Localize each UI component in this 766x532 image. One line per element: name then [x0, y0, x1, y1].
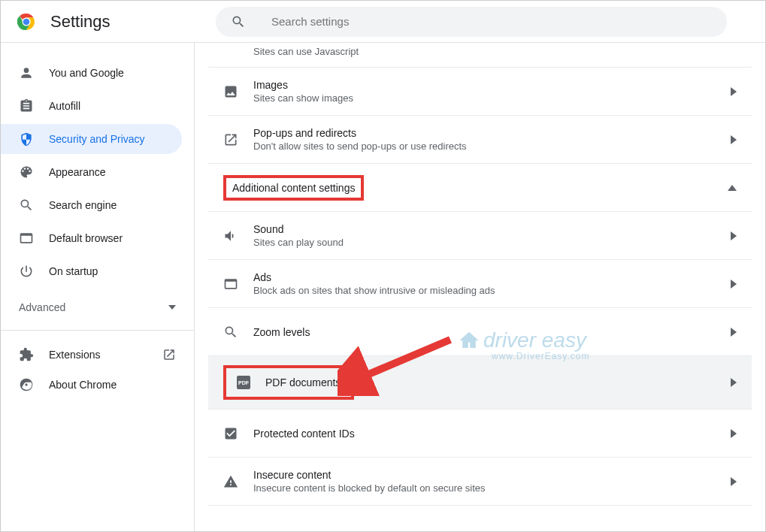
row-protected-content[interactable]: Protected content IDs [208, 410, 752, 458]
sidebar-item-autofill[interactable]: Autofill [1, 91, 182, 121]
row-javascript[interactable]: Sites can use Javascript [208, 43, 752, 68]
row-popups[interactable]: Pop-ups and redirects Don't allow sites … [208, 116, 752, 164]
row-pdf-documents[interactable]: PDF PDF documents [208, 356, 752, 410]
browser-icon [19, 231, 34, 246]
app-header: Settings [1, 1, 765, 43]
row-sound[interactable]: Sound Sites can play sound [208, 212, 752, 260]
search-input[interactable] [271, 15, 712, 28]
search-settings-box[interactable] [216, 7, 727, 37]
chevron-right-icon [731, 231, 737, 240]
sidebar-advanced-toggle[interactable]: Advanced [1, 294, 194, 321]
row-subtitle: Sites can use Javascript [253, 46, 737, 57]
row-subtitle: Sites can show images [253, 92, 731, 104]
clipboard-icon [19, 98, 34, 113]
ads-icon [223, 277, 238, 292]
row-images[interactable]: Images Sites can show images [208, 68, 752, 116]
sidebar-item-appearance[interactable]: Appearance [1, 157, 182, 187]
sidebar-item-label: On startup [49, 265, 98, 277]
row-subtitle: Block ads on sites that show intrusive o… [253, 285, 731, 296]
palette-icon [19, 165, 34, 180]
chevron-down-icon [168, 305, 176, 310]
protected-icon [223, 426, 238, 441]
pdf-icon: PDF [237, 376, 250, 389]
main-content: Sites can use Javascript Images Sites ca… [195, 43, 765, 531]
sidebar-item-label: Security and Privacy [49, 133, 145, 145]
chevron-right-icon [731, 87, 737, 96]
highlight-box-pdf: PDF PDF documents [223, 365, 354, 400]
sidebar-item-search-engine[interactable]: Search engine [1, 190, 182, 220]
row-title: Pop-ups and redirects [253, 127, 731, 139]
row-title: PDF documents [265, 376, 341, 388]
row-title: Insecure content [253, 469, 731, 481]
row-ads[interactable]: Ads Block ads on sites that show intrusi… [208, 260, 752, 308]
chevron-up-icon [728, 185, 737, 191]
sidebar-item-extensions[interactable]: Extensions [1, 340, 194, 370]
chevron-right-icon [731, 328, 737, 337]
row-subtitle: Don't allow sites to send pop-ups or use… [253, 141, 731, 152]
sidebar-item-label: Default browser [49, 232, 123, 244]
placeholder-icon [223, 43, 238, 58]
chrome-outline-icon [19, 377, 34, 392]
highlight-box-additional: Additional content settings [223, 175, 364, 201]
extension-icon [19, 347, 34, 362]
chrome-logo-icon [17, 13, 35, 31]
row-additional-content-header[interactable]: Additional content settings [208, 164, 752, 212]
sidebar-item-label: About Chrome [49, 379, 117, 391]
row-title: Ads [253, 271, 731, 283]
section-title: Additional content settings [232, 182, 355, 194]
row-zoom-levels[interactable]: Zoom levels [208, 308, 752, 356]
image-icon [223, 84, 238, 99]
sound-icon [223, 228, 238, 243]
sidebar-item-default-browser[interactable]: Default browser [1, 223, 182, 253]
search-icon [231, 14, 246, 29]
advanced-label: Advanced [19, 301, 65, 313]
row-title: Images [253, 79, 731, 91]
sidebar-item-security-privacy[interactable]: Security and Privacy [1, 124, 182, 154]
row-insecure-content[interactable]: Insecure content Insecure content is blo… [208, 458, 752, 506]
row-subtitle: Sites can play sound [253, 237, 731, 248]
sidebar-item-you-and-google[interactable]: You and Google [1, 58, 182, 88]
zoom-icon [223, 325, 238, 340]
row-subtitle: Insecure content is blocked by default o… [253, 482, 731, 494]
sidebar-item-label: Search engine [49, 199, 117, 211]
row-title: Protected content IDs [253, 428, 731, 440]
search-icon [19, 198, 34, 213]
popup-icon [223, 132, 238, 147]
open-external-icon [162, 348, 176, 361]
power-icon [19, 264, 34, 279]
chevron-right-icon [731, 477, 737, 486]
sidebar-item-label: Autofill [49, 100, 80, 112]
page-title: Settings [50, 12, 201, 32]
sidebar-item-label: You and Google [49, 67, 124, 79]
svg-point-2 [23, 18, 30, 25]
sidebar-item-about-chrome[interactable]: About Chrome [1, 370, 194, 400]
person-icon [19, 65, 34, 80]
chevron-right-icon [731, 135, 737, 144]
sidebar-item-on-startup[interactable]: On startup [1, 256, 182, 286]
sidebar-item-label: Extensions [49, 349, 100, 361]
warning-icon [223, 474, 238, 489]
shield-icon [19, 131, 34, 147]
chevron-right-icon [731, 378, 737, 387]
row-title: Zoom levels [253, 326, 731, 338]
sidebar: You and Google Autofill Security and Pri… [1, 43, 195, 531]
row-title: Sound [253, 223, 731, 235]
sidebar-item-label: Appearance [49, 166, 106, 178]
chevron-right-icon [731, 429, 737, 438]
chevron-right-icon [731, 280, 737, 289]
